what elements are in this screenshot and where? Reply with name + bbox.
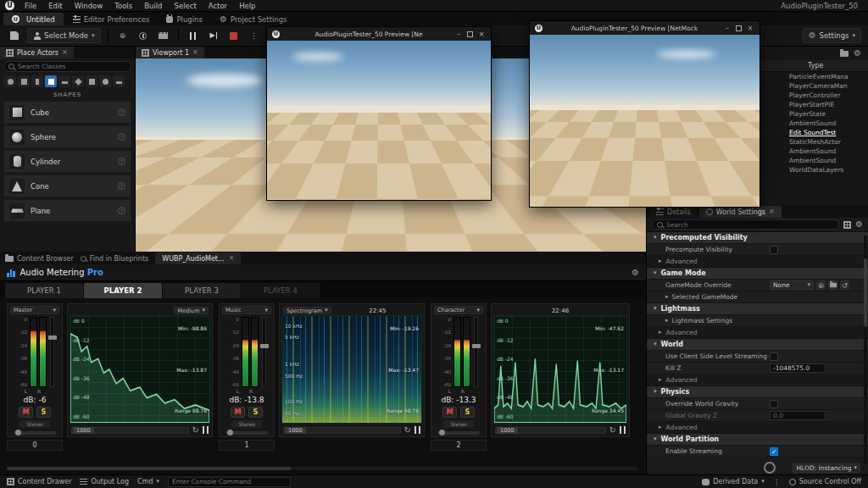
- horizontal-scrollbar[interactable]: [7, 467, 637, 470]
- select-mode-dropdown[interactable]: Select Mode: [27, 28, 101, 43]
- meter-slider[interactable]: [14, 431, 56, 435]
- mute-button[interactable]: M: [19, 407, 33, 418]
- shape-item-sphere[interactable]: Sphere: [3, 125, 131, 148]
- section-physics[interactable]: Physics: [647, 386, 868, 398]
- display-options-icon[interactable]: [843, 221, 851, 229]
- shape-item-cube[interactable]: Cube: [3, 101, 131, 124]
- tab-details[interactable]: Details: [649, 206, 698, 218]
- shape-item-cylinder[interactable]: Cylinder: [3, 150, 131, 173]
- place-actors-tab[interactable]: Place Actors: [0, 47, 74, 58]
- output-log-button[interactable]: Output Log: [80, 478, 129, 485]
- tab-player-1[interactable]: PLAYER 1: [5, 283, 83, 298]
- section-world-partition[interactable]: World Partition: [647, 434, 868, 446]
- help-icon[interactable]: [118, 133, 125, 141]
- find-in-blueprints-dock-button[interactable]: Find in Blueprints: [81, 252, 148, 264]
- category-effects-icon[interactable]: [72, 75, 84, 87]
- category-basic-icon[interactable]: [18, 75, 30, 87]
- menu-help[interactable]: Help: [234, 2, 260, 10]
- frame-skip-button[interactable]: [206, 28, 221, 43]
- content-browser-dock-button[interactable]: Content Browser: [5, 252, 74, 264]
- content-drawer-button[interactable]: Content Drawer: [7, 478, 71, 485]
- pause-icon[interactable]: [620, 426, 626, 434]
- close-icon[interactable]: [192, 49, 198, 56]
- hlod-dropdown[interactable]: HLOD: Instancing: [793, 463, 860, 473]
- solo-button[interactable]: S: [248, 407, 263, 418]
- section-precomputed-visibility[interactable]: Precomputed Visibility: [647, 232, 868, 244]
- viewport-tab[interactable]: Viewport 1: [136, 47, 204, 58]
- checkbox[interactable]: [770, 447, 778, 456]
- console-command-box[interactable]: [168, 477, 291, 487]
- menu-select[interactable]: Select: [170, 2, 202, 10]
- channel-index[interactable]: 1: [219, 440, 275, 451]
- checkbox[interactable]: [770, 400, 778, 408]
- reset-button[interactable]: [840, 280, 849, 290]
- waveform-plot[interactable]: dB 0dB -12dB -24dB -36dB -48dB -60 Min: …: [70, 315, 210, 424]
- close-icon[interactable]: [229, 255, 235, 262]
- console-input[interactable]: [172, 478, 287, 485]
- section-world[interactable]: World: [647, 339, 868, 351]
- time-window-slider[interactable]: 1000: [71, 427, 189, 434]
- time-window-slider[interactable]: 1000: [495, 427, 606, 434]
- row-advanced[interactable]: Advanced: [647, 422, 868, 434]
- category-cinematic-icon[interactable]: [58, 75, 70, 87]
- shape-item-cone[interactable]: Cone: [3, 175, 131, 197]
- category-geometry-icon[interactable]: [86, 75, 97, 87]
- gear-icon[interactable]: [632, 269, 639, 277]
- section-lightmass[interactable]: Lightmass: [647, 303, 868, 315]
- window-title-bar[interactable]: AudioPluginTester_50 Preview [Ne – ×: [267, 27, 491, 41]
- tab-world-settings[interactable]: World Settings: [699, 206, 782, 218]
- preview-3d-scene[interactable]: [530, 35, 760, 207]
- category-lights-icon[interactable]: [31, 75, 43, 87]
- spectrogram-plot[interactable]: 10 kHz 5 kHz 1 kHz 500 Hz 100 Hz 50 Hz M…: [281, 315, 422, 424]
- section-game-mode[interactable]: Game Mode: [647, 268, 868, 280]
- channel-index[interactable]: 0: [7, 440, 63, 451]
- kill-z-input[interactable]: -1048575.0: [770, 363, 826, 373]
- gear-icon[interactable]: [854, 49, 861, 58]
- blueprints-button[interactable]: [136, 28, 151, 43]
- time-window-slider[interactable]: 1000: [283, 427, 401, 434]
- graph-mode-dropdown[interactable]: Spectrogram: [283, 307, 331, 314]
- row-advanced[interactable]: Advanced: [647, 327, 868, 339]
- tab-editor-preferences[interactable]: Editor Preferences: [65, 13, 158, 25]
- folder-icon[interactable]: [840, 51, 849, 57]
- tab-untitled[interactable]: Untitled: [3, 13, 64, 25]
- menu-tools[interactable]: Tools: [109, 2, 137, 10]
- solo-button[interactable]: S: [460, 407, 475, 418]
- resolution-dropdown[interactable]: Medium: [174, 307, 209, 314]
- close-icon[interactable]: ×: [477, 30, 486, 38]
- minimize-icon[interactable]: –: [454, 30, 463, 38]
- minimize-icon[interactable]: –: [723, 25, 732, 32]
- refresh-icon[interactable]: [192, 425, 199, 435]
- meter-preset-dropdown[interactable]: Master: [10, 306, 59, 314]
- pause-button[interactable]: [186, 28, 201, 43]
- menu-file[interactable]: File: [19, 2, 42, 10]
- gravity-z-input[interactable]: 0.0: [770, 411, 826, 420]
- search-input[interactable]: [18, 63, 126, 70]
- refresh-icon[interactable]: [609, 425, 616, 435]
- pause-icon[interactable]: [415, 426, 420, 434]
- window-title-bar[interactable]: AudioPluginTester_50 Preview [NetMock – …: [530, 21, 760, 35]
- category-recent-icon[interactable]: [4, 75, 16, 87]
- row-advanced[interactable]: Advanced: [647, 374, 868, 386]
- gear-icon[interactable]: [855, 220, 863, 229]
- source-control-button[interactable]: Source Control Off: [789, 478, 861, 485]
- mute-button[interactable]: M: [442, 407, 457, 418]
- unreal-logo-icon[interactable]: [5, 1, 14, 10]
- close-icon[interactable]: [62, 49, 68, 56]
- pie-preview-window-1[interactable]: AudioPluginTester_50 Preview [Ne – ×: [266, 26, 492, 201]
- solo-button[interactable]: S: [36, 407, 51, 418]
- volume-fader[interactable]: [474, 317, 478, 387]
- volume-fader[interactable]: [262, 317, 266, 387]
- pie-preview-window-2[interactable]: AudioPluginTester_50 Preview [NetMock – …: [529, 20, 760, 208]
- preview-3d-scene[interactable]: [267, 41, 491, 200]
- pause-icon[interactable]: [203, 426, 209, 434]
- row-advanced[interactable]: Advanced: [647, 256, 868, 268]
- category-all-icon[interactable]: [113, 75, 125, 87]
- type-column-header[interactable]: Type: [808, 62, 823, 69]
- refresh-icon[interactable]: [404, 425, 411, 435]
- menu-window[interactable]: Window: [70, 2, 108, 10]
- checkbox[interactable]: [770, 246, 778, 254]
- menu-build[interactable]: Build: [139, 2, 167, 10]
- category-volumes-icon[interactable]: [99, 75, 111, 87]
- cmd-dropdown[interactable]: Cmd: [137, 478, 159, 485]
